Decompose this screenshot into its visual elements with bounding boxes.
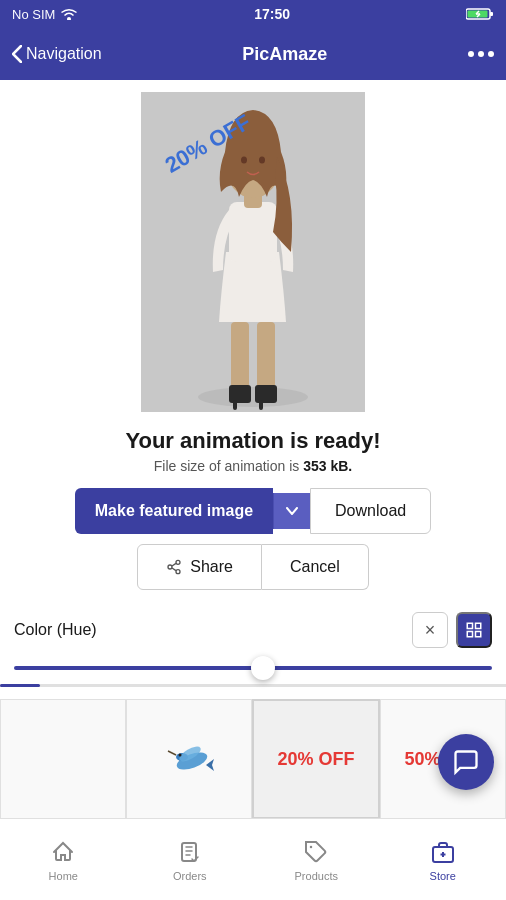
nav-back-label: Navigation — [26, 45, 102, 63]
dot-3 — [488, 51, 494, 57]
nav-item-orders[interactable]: Orders — [127, 838, 254, 882]
svg-rect-13 — [233, 400, 237, 410]
bird-illustration — [164, 729, 214, 789]
svg-line-24 — [172, 568, 176, 571]
svg-point-22 — [176, 570, 180, 574]
share-button[interactable]: Share — [137, 544, 262, 590]
color-label: Color (Hue) — [14, 621, 97, 639]
svg-point-21 — [168, 565, 172, 569]
svg-point-18 — [241, 157, 247, 164]
svg-rect-9 — [231, 322, 249, 392]
svg-point-33 — [179, 754, 182, 757]
scroll-thumb — [0, 684, 40, 687]
scroll-indicator — [0, 684, 506, 687]
store-label: Store — [430, 870, 456, 882]
svg-point-8 — [198, 387, 308, 407]
bottom-nav: Home Orders Products — [0, 818, 506, 900]
thumbnail-bird[interactable] — [126, 699, 252, 819]
svg-line-31 — [168, 751, 176, 755]
status-bar: No SIM 17:50 — [0, 0, 506, 28]
svg-rect-27 — [467, 632, 472, 637]
cancel-button[interactable]: Cancel — [262, 544, 369, 590]
expand-color-button[interactable] — [456, 612, 492, 648]
color-slider[interactable] — [14, 656, 492, 680]
animation-preview: 20% OFF — [141, 92, 365, 412]
svg-rect-34 — [182, 843, 196, 861]
file-size: 353 kB. — [303, 458, 352, 474]
nav-item-home[interactable]: Home — [0, 838, 127, 882]
nav-item-products[interactable]: Products — [253, 838, 380, 882]
subtitle-text: File size of animation is — [154, 458, 303, 474]
thumbnails-row: 20% OFF 50% OFF — [0, 699, 506, 819]
nav-bar: Navigation PicAmaze — [0, 28, 506, 80]
dot-1 — [468, 51, 474, 57]
nav-more-button[interactable] — [468, 51, 494, 57]
svg-rect-28 — [476, 632, 481, 637]
svg-line-23 — [172, 563, 176, 566]
nav-back-button[interactable]: Navigation — [12, 45, 102, 63]
animation-title: Your animation is ready! — [109, 428, 396, 454]
svg-rect-15 — [229, 202, 277, 262]
status-time: 17:50 — [254, 6, 290, 22]
fashion-figure — [141, 92, 365, 412]
home-label: Home — [49, 870, 78, 882]
svg-rect-10 — [257, 322, 275, 392]
share-icon — [166, 559, 182, 575]
status-battery — [466, 7, 494, 21]
action-row-1: Make featured image Download — [75, 488, 431, 534]
svg-point-19 — [259, 157, 265, 164]
svg-rect-2 — [490, 12, 493, 16]
store-icon — [429, 838, 457, 866]
color-header: Color (Hue) × — [14, 612, 492, 648]
svg-rect-25 — [467, 623, 472, 628]
products-icon — [302, 838, 330, 866]
battery-icon — [466, 7, 494, 21]
back-chevron-icon — [12, 45, 22, 63]
animation-subtitle: File size of animation is 353 kB. — [154, 458, 352, 474]
image-placeholder: 20% OFF — [141, 92, 365, 412]
color-controls: × — [412, 612, 492, 648]
thumbnail-20off-label: 20% OFF — [277, 749, 354, 770]
color-section: Color (Hue) × — [0, 600, 506, 680]
svg-rect-12 — [255, 385, 277, 403]
dropdown-chevron-icon — [286, 507, 298, 515]
chat-button[interactable] — [438, 734, 494, 790]
slider-thumb[interactable] — [251, 656, 275, 680]
download-button[interactable]: Download — [310, 488, 431, 534]
nav-item-store[interactable]: Store — [380, 838, 507, 882]
featured-dropdown-button[interactable] — [273, 493, 310, 529]
svg-rect-11 — [229, 385, 251, 403]
dot-2 — [478, 51, 484, 57]
status-carrier: No SIM — [12, 7, 78, 22]
orders-icon — [176, 838, 204, 866]
action-row-2: Share Cancel — [137, 544, 369, 590]
products-label: Products — [295, 870, 338, 882]
home-icon — [49, 838, 77, 866]
chat-icon — [452, 748, 480, 776]
svg-point-0 — [67, 17, 71, 20]
carrier-text: No SIM — [12, 7, 55, 22]
orders-label: Orders — [173, 870, 207, 882]
close-icon: × — [425, 620, 436, 641]
svg-rect-26 — [476, 623, 481, 628]
svg-rect-14 — [259, 400, 263, 410]
make-featured-button[interactable]: Make featured image — [75, 488, 273, 534]
close-color-button[interactable]: × — [412, 612, 448, 648]
expand-icon — [465, 621, 483, 639]
thumbnail-20off[interactable]: 20% OFF — [252, 699, 380, 819]
share-label: Share — [190, 558, 233, 576]
svg-point-20 — [176, 560, 180, 564]
nav-title: PicAmaze — [242, 44, 327, 65]
wifi-icon — [60, 8, 78, 20]
main-content: 20% OFF Your animation is ready! File si… — [0, 80, 506, 819]
thumbnail-blank[interactable] — [0, 699, 126, 819]
